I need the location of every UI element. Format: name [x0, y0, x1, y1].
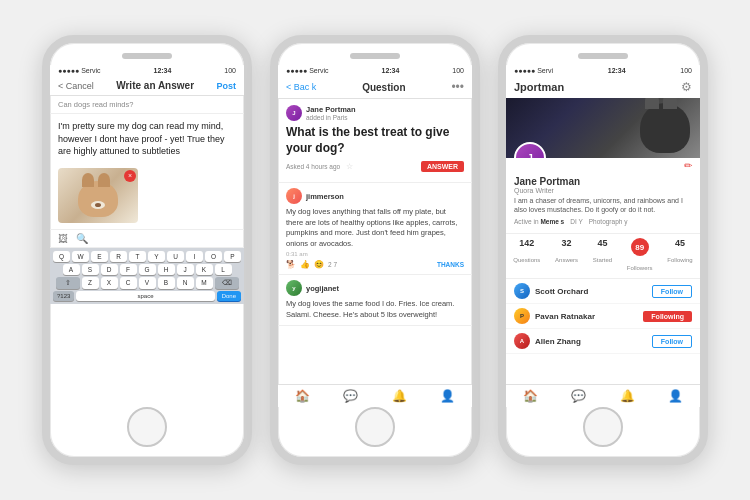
key-b[interactable]: B [158, 277, 175, 289]
nav-home[interactable]: 🏠 [295, 389, 310, 403]
dog-cover-illustration [640, 103, 690, 153]
key-sym[interactable]: ?123 [53, 291, 74, 301]
reaction-dog[interactable]: 🐕 [286, 260, 296, 269]
image-icon[interactable]: 🖼 [58, 233, 68, 244]
key-c[interactable]: C [120, 277, 137, 289]
allen-name: Allen Zhang [535, 337, 652, 346]
key-y[interactable]: Y [148, 251, 165, 262]
key-h[interactable]: H [158, 264, 175, 275]
key-d[interactable]: D [101, 264, 118, 275]
key-t[interactable]: T [129, 251, 146, 262]
battery-3: 100 [680, 67, 692, 74]
time-1: 12:34 [154, 67, 172, 74]
more-button[interactable]: ••• [451, 80, 464, 94]
key-i[interactable]: I [186, 251, 203, 262]
answer-input-text[interactable]: I'm pretty sure my dog can read my mind,… [50, 114, 244, 164]
nav3-messages[interactable]: 💬 [571, 389, 586, 403]
star-icon[interactable]: ☆ [346, 162, 353, 171]
key-backspace[interactable]: ⌫ [215, 277, 239, 289]
active-in-label: Active in Meme s [514, 218, 564, 225]
key-z[interactable]: Z [82, 277, 99, 289]
scott-avatar: S [514, 283, 530, 299]
settings-button[interactable]: ⚙ [681, 80, 692, 94]
stat-questions: 142 Questions [513, 238, 540, 274]
keyboard: Q W E R T Y U I O P A S D F G H J K L [50, 248, 244, 304]
status-bar-3: ●●●●● Servi 12:34 100 [506, 65, 700, 76]
key-g[interactable]: G [139, 264, 156, 275]
nav-messages[interactable]: 💬 [343, 389, 358, 403]
pavan-avatar: P [514, 308, 530, 324]
key-j[interactable]: J [177, 264, 194, 275]
nav3-profile[interactable]: 👤 [668, 389, 683, 403]
nav3-notifications[interactable]: 🔔 [620, 389, 635, 403]
key-e[interactable]: E [91, 251, 108, 262]
key-r[interactable]: R [110, 251, 127, 262]
follow-item-scott: S Scott Orchard Follow [506, 279, 700, 304]
key-x[interactable]: X [101, 277, 118, 289]
question-meta: Asked 4 hours ago ☆ ANSWER [286, 161, 464, 172]
thanks-button[interactable]: THANKS [437, 261, 464, 268]
key-l[interactable]: L [215, 264, 232, 275]
signal-icon-3: ●●●●● [514, 67, 535, 74]
question-area: J Jane Portman added in Paris What is th… [278, 99, 472, 183]
header-title: Write an Answer [116, 80, 194, 91]
active-photo: Photograph y [589, 218, 628, 225]
key-p[interactable]: P [224, 251, 241, 262]
image-attachment: × [58, 168, 138, 223]
editor-toolbar: 🖼 🔍 [50, 229, 244, 248]
stat-followers-num: 89 [631, 238, 649, 256]
reaction-smile[interactable]: 😊 [314, 260, 324, 269]
key-v[interactable]: V [139, 277, 156, 289]
dog-nose [91, 201, 105, 209]
answer2-avatar: y [286, 280, 302, 296]
carrier-2: Servic [309, 67, 328, 74]
key-u[interactable]: U [167, 251, 184, 262]
profile-stats: 142 Questions 32 Answers 45 Started 89 F… [506, 233, 700, 279]
key-shift[interactable]: ⇧ [56, 277, 80, 289]
battery-1: 100 [224, 67, 236, 74]
nav-notifications[interactable]: 🔔 [392, 389, 407, 403]
key-w[interactable]: W [72, 251, 89, 262]
keyboard-bottom-row: ?123 space Done [52, 291, 242, 301]
key-f[interactable]: F [120, 264, 137, 275]
answer-2: y yogijanet My dog loves the same food I… [278, 275, 472, 326]
dog-illustration [78, 181, 118, 217]
back-button[interactable]: < Bac k [286, 82, 316, 92]
remove-image-button[interactable]: × [124, 170, 136, 182]
pavan-name: Pavan Ratnakar [535, 312, 643, 321]
search-icon[interactable]: 🔍 [76, 233, 88, 244]
edit-profile-button[interactable]: ✏ [684, 160, 692, 171]
key-s[interactable]: S [82, 264, 99, 275]
key-o[interactable]: O [205, 251, 222, 262]
nav-profile[interactable]: 👤 [440, 389, 455, 403]
stat-answers-num: 32 [555, 238, 578, 248]
asker-info: J Jane Portman added in Paris [286, 105, 464, 121]
nav3-home[interactable]: 🏠 [523, 389, 538, 403]
asker-avatar: J [286, 105, 302, 121]
reaction-thumbs[interactable]: 👍 [300, 260, 310, 269]
key-m[interactable]: M [196, 277, 213, 289]
stat-starred: 45 Started [593, 238, 612, 274]
key-k[interactable]: K [196, 264, 213, 275]
allen-avatar: A [514, 333, 530, 349]
key-space[interactable]: space [76, 291, 214, 301]
scott-follow-button[interactable]: Follow [652, 285, 692, 298]
pavan-follow-button[interactable]: Following [643, 311, 692, 322]
key-q[interactable]: Q [53, 251, 70, 262]
key-a[interactable]: A [63, 264, 80, 275]
post-button[interactable]: Post [216, 81, 236, 91]
stat-starred-label: Started [593, 257, 612, 263]
cancel-button[interactable]: < Cancel [58, 81, 94, 91]
profile-username: Jportman [514, 81, 564, 93]
key-n[interactable]: N [177, 277, 194, 289]
answer-button[interactable]: ANSWER [421, 161, 464, 172]
allen-follow-button[interactable]: Follow [652, 335, 692, 348]
reaction-count: 2 7 [328, 261, 337, 268]
status-bar-2: ●●●●● Servic 12:34 100 [278, 65, 472, 76]
question-header: < Bac k Question ••• [278, 76, 472, 99]
key-done[interactable]: Done [217, 291, 241, 301]
profile-active-in: Active in Meme s DI Y Photograph y [514, 218, 692, 225]
stat-following-label: Following [667, 257, 692, 263]
stat-questions-label: Questions [513, 257, 540, 263]
question-page-title: Question [362, 82, 405, 93]
